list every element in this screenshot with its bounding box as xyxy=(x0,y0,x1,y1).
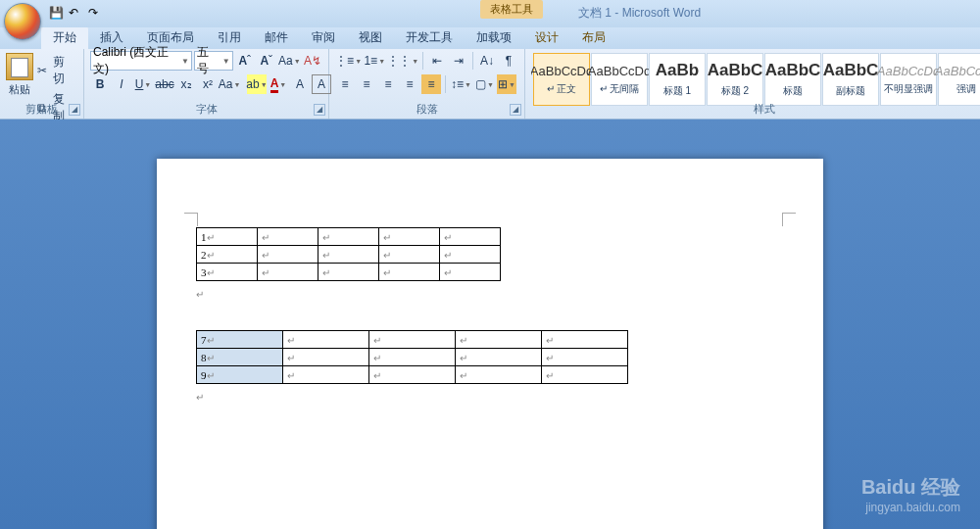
justify-button[interactable]: ≡ xyxy=(400,74,419,94)
style-item[interactable]: AaBbC标题 xyxy=(764,53,821,106)
table-cell[interactable]: 7↵ xyxy=(197,331,283,349)
align-right-button[interactable]: ≡ xyxy=(378,74,398,94)
table-cell[interactable]: 1↵ xyxy=(197,228,258,246)
table-cell[interactable]: ↵ xyxy=(283,349,369,366)
paragraph-launcher[interactable]: ◢ xyxy=(510,104,521,116)
table-cell[interactable]: ↵ xyxy=(542,349,628,366)
table-cell[interactable]: ↵ xyxy=(456,349,542,366)
save-icon[interactable]: 💾 xyxy=(49,6,65,22)
numbering-button[interactable]: 1≡▼ xyxy=(364,51,385,71)
tab-table-layout[interactable]: 布局 xyxy=(570,26,617,49)
font-color-button[interactable]: A▼ xyxy=(269,74,288,94)
tab-view[interactable]: 视图 xyxy=(347,26,394,49)
paragraph-mark-icon: ↵ xyxy=(196,392,204,403)
clear-format-button[interactable]: A↯ xyxy=(303,51,322,71)
bold-button[interactable]: B xyxy=(90,74,110,94)
tab-developer[interactable]: 开发工具 xyxy=(394,26,465,49)
undo-icon[interactable]: ↶ xyxy=(69,6,84,22)
change-case-button[interactable]: Aa▼ xyxy=(278,51,301,71)
title-bar: 💾 ↶ ↷ 表格工具 文档 1 - Microsoft Word xyxy=(0,0,980,27)
table-cell[interactable]: ↵ xyxy=(318,228,379,246)
clipboard-launcher[interactable]: ◢ xyxy=(69,104,80,116)
text-effects-button[interactable]: Aa▼ xyxy=(220,74,239,94)
table-1[interactable]: 1↵↵↵↵↵2↵↵↵↵↵3↵↵↵↵↵ xyxy=(196,227,501,281)
table-cell[interactable]: ↵ xyxy=(258,264,318,281)
style-item[interactable]: AaBbCcDd不明显强调 xyxy=(880,53,937,106)
shading-button[interactable]: ▢▼ xyxy=(474,74,495,94)
subscript-button[interactable]: x₂ xyxy=(176,74,196,94)
sort-button[interactable]: A↓ xyxy=(477,51,497,71)
tab-mailings[interactable]: 邮件 xyxy=(253,26,300,49)
strike-button[interactable]: abc xyxy=(155,74,174,94)
line-spacing-button[interactable]: ↕≡▼ xyxy=(450,74,472,94)
table-cell[interactable]: ↵ xyxy=(542,366,628,384)
align-left-button[interactable]: ≡ xyxy=(335,74,355,94)
style-item[interactable]: AaBbCcDd↵ 正文 xyxy=(533,53,590,106)
table-cell[interactable]: ↵ xyxy=(369,366,456,384)
bullets-button[interactable]: ⋮≡▼ xyxy=(335,51,362,71)
table-cell[interactable]: 3↵ xyxy=(197,264,258,281)
table-cell[interactable]: ↵ xyxy=(369,331,456,349)
superscript-button[interactable]: x² xyxy=(198,74,218,94)
table-cell[interactable]: ↵ xyxy=(318,246,379,264)
table-cell[interactable]: 8↵ xyxy=(197,349,283,366)
table-cell[interactable]: ↵ xyxy=(283,331,369,349)
table-row[interactable]: 7↵↵↵↵↵ xyxy=(197,331,628,349)
watermark: Baidu 经验 jingyan.baidu.com xyxy=(861,474,960,514)
office-button[interactable] xyxy=(4,3,41,40)
char-shading-button[interactable]: A xyxy=(290,74,310,94)
font-family-select[interactable]: Calibri (西文正文)▼ xyxy=(90,51,192,71)
table-row[interactable]: 2↵↵↵↵↵ xyxy=(197,246,501,264)
underline-button[interactable]: U▼ xyxy=(133,74,153,94)
multilevel-button[interactable]: ⋮⋮▼ xyxy=(387,51,418,71)
table-cell[interactable]: ↵ xyxy=(440,246,501,264)
distribute-button[interactable]: ≡ xyxy=(421,74,441,94)
table-cell[interactable]: ↵ xyxy=(318,264,379,281)
tab-table-design[interactable]: 设计 xyxy=(523,26,570,49)
grow-font-button[interactable]: Aˆ xyxy=(235,51,255,71)
table-row[interactable]: 1↵↵↵↵↵ xyxy=(197,228,501,246)
table-row[interactable]: 8↵↵↵↵↵ xyxy=(197,349,628,366)
group-font: Calibri (西文正文)▼ 五号▼ Aˆ Aˇ Aa▼ A↯ B I U▼ … xyxy=(84,49,329,119)
style-item[interactable]: AaBbCcDd强调 xyxy=(938,53,980,106)
table-cell[interactable]: ↵ xyxy=(258,228,318,246)
table-cell[interactable]: ↵ xyxy=(456,331,542,349)
table-cell[interactable]: ↵ xyxy=(440,228,501,246)
table-cell[interactable]: 9↵ xyxy=(197,366,283,384)
table-cell[interactable]: ↵ xyxy=(542,331,628,349)
tab-review[interactable]: 审阅 xyxy=(300,26,347,49)
cut-button[interactable]: ✂剪切 xyxy=(34,53,77,88)
document-workspace[interactable]: 1↵↵↵↵↵2↵↵↵↵↵3↵↵↵↵↵ ↵ 7↵↵↵↵↵8↵↵↵↵↵9↵↵↵↵↵ … xyxy=(0,120,980,529)
show-marks-button[interactable]: ¶ xyxy=(499,51,518,71)
ribbon: 粘贴 ✂剪切 ⧉复制 🖌格式刷 剪贴板 ◢ Calibri (西文正文)▼ 五号… xyxy=(0,49,980,120)
indent-dec-button[interactable]: ⇤ xyxy=(427,51,447,71)
table-row[interactable]: 3↵↵↵↵↵ xyxy=(197,264,501,281)
italic-button[interactable]: I xyxy=(112,74,131,94)
align-center-button[interactable]: ≡ xyxy=(357,74,376,94)
style-item[interactable]: AaBb标题 1 xyxy=(649,53,706,106)
redo-icon[interactable]: ↷ xyxy=(88,6,104,22)
table-cell[interactable]: ↵ xyxy=(456,366,542,384)
table-cell[interactable]: ↵ xyxy=(379,246,440,264)
style-item[interactable]: AaBbC标题 2 xyxy=(707,53,763,106)
tab-home[interactable]: 开始 xyxy=(41,26,88,49)
tab-addins[interactable]: 加载项 xyxy=(465,26,523,49)
font-size-select[interactable]: 五号▼ xyxy=(194,51,233,71)
highlight-button[interactable]: ab▼ xyxy=(247,74,267,94)
table-cell[interactable]: ↵ xyxy=(258,246,318,264)
font-launcher[interactable]: ◢ xyxy=(314,104,325,116)
table-row[interactable]: 9↵↵↵↵↵ xyxy=(197,366,628,384)
table-cell[interactable]: ↵ xyxy=(369,349,456,366)
table-cell[interactable]: 2↵ xyxy=(197,246,258,264)
style-item[interactable]: AaBbC副标题 xyxy=(822,53,879,106)
table-2[interactable]: 7↵↵↵↵↵8↵↵↵↵↵9↵↵↵↵↵ xyxy=(196,330,628,384)
shrink-font-button[interactable]: Aˇ xyxy=(257,51,276,71)
indent-inc-button[interactable]: ⇥ xyxy=(449,51,468,71)
char-border-button[interactable]: A xyxy=(312,74,331,94)
table-cell[interactable]: ↵ xyxy=(283,366,369,384)
borders-button[interactable]: ⊞▼ xyxy=(497,74,516,94)
style-item[interactable]: AaBbCcDd↵ 无间隔 xyxy=(591,53,648,106)
table-cell[interactable]: ↵ xyxy=(379,228,440,246)
table-cell[interactable]: ↵ xyxy=(379,264,440,281)
table-cell[interactable]: ↵ xyxy=(440,264,501,281)
